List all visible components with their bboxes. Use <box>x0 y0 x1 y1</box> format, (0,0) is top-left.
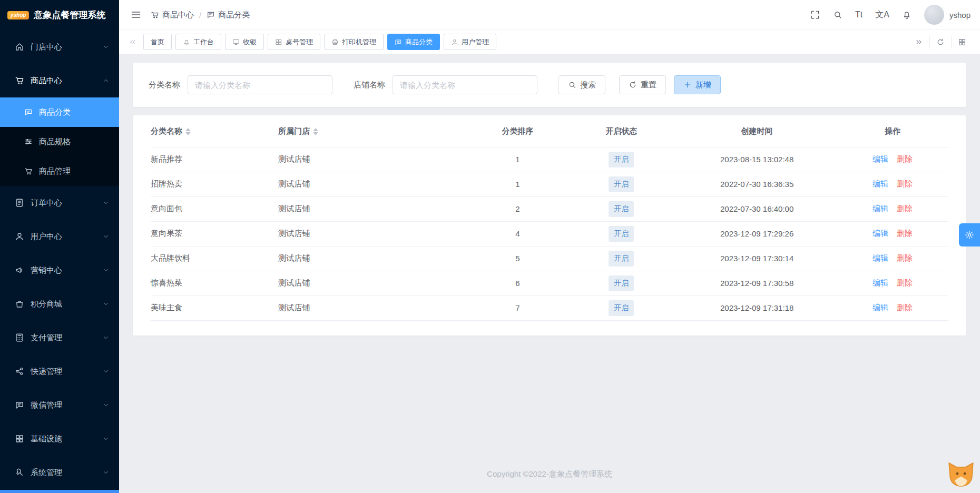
horizontal-scrollbar[interactable] <box>0 490 119 493</box>
sidebar-item-goods-spec[interactable]: 商品规格 <box>0 127 119 156</box>
edit-link[interactable]: 编辑 <box>873 179 888 188</box>
chat-icon <box>207 11 215 19</box>
edit-link[interactable]: 编辑 <box>873 278 888 287</box>
sidebar-item-order-center[interactable]: 订单中心 <box>0 186 119 220</box>
column-header-actions: 操作 <box>837 116 948 147</box>
edit-link[interactable]: 编辑 <box>873 204 888 213</box>
translate-tool[interactable]: 文A <box>875 9 889 21</box>
column-header-category-name: 分类名称 <box>151 116 278 147</box>
document-icon <box>15 198 24 208</box>
sidebar-item-marketing-center[interactable]: 营销中心 <box>0 253 119 287</box>
user-menu[interactable]: yshop <box>924 5 971 25</box>
store-cell: 测试店铺 <box>278 246 469 271</box>
sort-caret[interactable] <box>313 128 318 135</box>
chevron-down-icon <box>102 267 110 274</box>
delete-link[interactable]: 删除 <box>897 278 913 287</box>
sort-caret[interactable] <box>185 128 191 135</box>
sidebar-item-express-management[interactable]: 快递管理 <box>0 354 119 388</box>
category-name-cell: 美味主食 <box>151 295 278 320</box>
sidebar-item-goods-management[interactable]: 商品管理 <box>0 156 119 186</box>
tab-scroll-right-button[interactable] <box>908 36 929 48</box>
table-row: 大品牌饮料 测试店铺 5 开启 2023-12-09 17:30:14 编辑删除 <box>151 246 948 271</box>
mascot-icon[interactable] <box>946 459 976 489</box>
layout-grid-button[interactable] <box>951 36 973 48</box>
delete-link[interactable]: 删除 <box>897 229 913 238</box>
breadcrumb-goods-category[interactable]: 商品分类 <box>207 10 250 20</box>
breadcrumb-label: 商品中心 <box>162 10 194 20</box>
store-cell: 测试店铺 <box>278 271 469 295</box>
table-row: 招牌热卖 测试店铺 1 开启 2022-07-30 16:36:35 编辑删除 <box>151 172 948 196</box>
avatar <box>924 5 944 25</box>
bag-icon <box>15 299 24 309</box>
breadcrumb-goods-center[interactable]: 商品中心 <box>151 10 194 20</box>
printer-icon <box>331 38 339 46</box>
grid-icon <box>275 38 282 46</box>
tab-cashier[interactable]: 收银 <box>225 34 264 50</box>
tab-printer-management[interactable]: 打印机管理 <box>324 34 384 50</box>
sidebar-item-label: 系统管理 <box>31 468 96 478</box>
add-button[interactable]: 新增 <box>674 75 721 94</box>
calculator-icon <box>15 333 24 342</box>
tab-home[interactable]: 首页 <box>143 34 172 50</box>
sort-cell: 2 <box>470 196 566 221</box>
edit-link[interactable]: 编辑 <box>873 303 888 312</box>
notification-bell-icon[interactable] <box>902 10 912 19</box>
sidebar-item-store-center[interactable]: 门店中心 <box>0 30 119 64</box>
sidebar-item-points-mall[interactable]: 积分商城 <box>0 287 119 321</box>
delete-link[interactable]: 删除 <box>897 179 913 188</box>
delete-link[interactable]: 删除 <box>897 303 913 312</box>
add-button-label: 新增 <box>695 80 711 90</box>
delete-link[interactable]: 删除 <box>897 204 913 213</box>
category-name-cell: 意向面包 <box>151 196 278 221</box>
delete-link[interactable]: 删除 <box>897 253 913 262</box>
delete-link[interactable]: 删除 <box>897 154 913 163</box>
search-icon <box>568 81 576 89</box>
edit-link[interactable]: 编辑 <box>873 229 888 238</box>
tab-label: 桌号管理 <box>286 37 313 47</box>
reset-button[interactable]: 重置 <box>619 75 666 94</box>
chevron-down-icon <box>102 233 110 240</box>
column-header-store: 所属门店 <box>278 116 469 147</box>
sidebar-item-infrastructure[interactable]: 基础设施 <box>0 422 119 456</box>
sidebar-item-label: 支付管理 <box>31 333 96 343</box>
font-size-tool[interactable]: Tt <box>855 10 863 19</box>
chevron-down-icon <box>102 368 110 375</box>
search-icon[interactable] <box>833 10 842 19</box>
hamburger-icon[interactable] <box>131 9 141 20</box>
app-logo[interactable]: yshop 意象点餐管理系统 <box>0 0 119 30</box>
tab-table-number-management[interactable]: 桌号管理 <box>268 34 320 50</box>
tab-scroll-left-button[interactable] <box>126 38 139 46</box>
edit-link[interactable]: 编辑 <box>873 253 888 262</box>
refresh-icon[interactable] <box>929 36 951 48</box>
created-cell: 2023-12-09 17:29:26 <box>677 221 837 246</box>
tab-goods-category[interactable]: 商品分类 <box>387 34 440 50</box>
created-cell: 2023-12-09 17:30:14 <box>677 246 837 271</box>
fullscreen-icon[interactable] <box>810 9 820 20</box>
search-button[interactable]: 搜索 <box>558 75 605 94</box>
settings-fab[interactable] <box>959 223 980 246</box>
sidebar-item-goods-center[interactable]: 商品中心 <box>0 64 119 97</box>
chevron-down-icon <box>102 334 110 341</box>
sidebar-item-goods-category[interactable]: 商品分类 <box>0 97 119 127</box>
sidebar-item-user-center[interactable]: 用户中心 <box>0 220 119 253</box>
category-name-cell: 新品推荐 <box>151 147 278 172</box>
tab-workbench[interactable]: 工作台 <box>175 34 221 50</box>
share-icon <box>15 367 24 376</box>
created-cell: 2023-12-09 17:30:58 <box>677 271 837 295</box>
breadcrumb-label: 商品分类 <box>218 10 250 20</box>
store-name-input[interactable] <box>393 75 537 94</box>
wechat-icon <box>15 400 24 410</box>
table-row: 美味主食 测试店铺 7 开启 2023-12-09 17:31:18 编辑删除 <box>151 295 948 320</box>
sliders-icon <box>24 137 33 146</box>
sidebar-item-payment-management[interactable]: 支付管理 <box>0 321 119 354</box>
app-title: 意象点餐管理系统 <box>34 9 105 21</box>
category-name-input[interactable] <box>188 75 332 94</box>
tab-user-management[interactable]: 用户管理 <box>444 34 496 50</box>
sidebar-item-system-management[interactable]: 系统管理 <box>0 456 119 489</box>
sidebar-item-wechat-management[interactable]: 微信管理 <box>0 388 119 422</box>
sidebar-item-label: 积分商城 <box>31 299 96 309</box>
table-row: 意向果茶 测试店铺 4 开启 2023-12-09 17:29:26 编辑删除 <box>151 221 948 246</box>
edit-link[interactable]: 编辑 <box>873 154 888 163</box>
chevron-up-icon <box>102 77 110 84</box>
chevron-down-icon <box>102 199 110 206</box>
